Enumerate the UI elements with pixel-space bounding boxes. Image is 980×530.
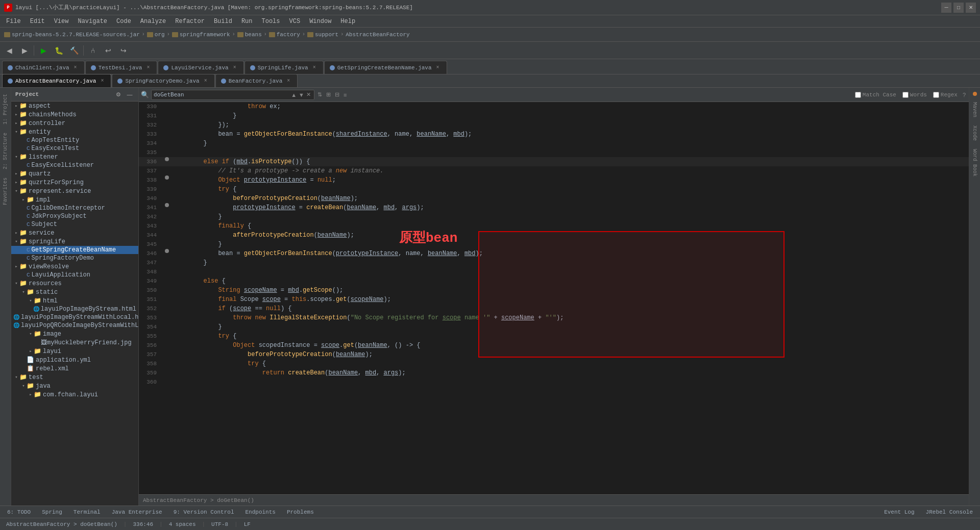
status-indent[interactable]: 4 spaces [167, 521, 198, 527]
tree-item[interactable]: 🖼myHuckleberryFriend.jpg [11, 338, 138, 347]
redo-button[interactable]: ↪ [116, 43, 131, 58]
menu-item-window[interactable]: Window [305, 17, 335, 26]
right-panel-maven[interactable]: Maven [971, 98, 978, 121]
tab-close-button[interactable]: × [99, 78, 106, 85]
tree-item[interactable]: CEasyExcelTest [11, 144, 138, 153]
debug-button[interactable]: 🐛 [52, 43, 66, 58]
match-case-checkbox[interactable] [855, 92, 861, 98]
tree-item[interactable]: 📄application.yml [11, 356, 138, 364]
tree-item[interactable]: 🌐layuiPopImageByStreamWithLocal.html [11, 313, 138, 321]
tab-close-button[interactable]: × [144, 64, 152, 71]
bottom-tab-Endpoints[interactable]: Endpoints [240, 508, 281, 516]
tab-close-button[interactable]: × [311, 64, 318, 71]
bottom-tab-Terminal[interactable]: Terminal [68, 508, 106, 516]
match-case-option[interactable]: Match Case [853, 92, 898, 98]
tab-close-button[interactable]: × [434, 64, 442, 71]
tab-close-button[interactable]: × [202, 78, 209, 85]
tab-LayuiService-java[interactable]: LayuiService.java× [158, 61, 243, 74]
close-button[interactable]: ✕ [966, 3, 976, 13]
tree-item[interactable]: ▾📁listener [11, 153, 138, 161]
search-arrows-button[interactable]: ⇅ [316, 91, 323, 98]
tree-item[interactable]: 🌐layuiPopImageByStream.html [11, 305, 138, 313]
tree-item[interactable]: CSubject [11, 220, 138, 229]
sidebar-settings-button[interactable]: ⚙ [114, 90, 123, 99]
gutter-tab-structure[interactable]: 2: Structure [2, 129, 9, 173]
tab-SpringLife-java[interactable]: SpringLife.java× [244, 61, 324, 74]
tab-close-button[interactable]: × [285, 78, 292, 85]
tree-item[interactable]: ▸📁aspect [11, 102, 138, 110]
status-breadcrumb[interactable]: AbstractBeanFactory > doGetBean() [4, 521, 119, 527]
breadcrumb-item-org[interactable]: org [147, 32, 165, 38]
regex-checkbox[interactable] [933, 92, 939, 98]
status-encoding[interactable]: UTF-8 [209, 521, 230, 527]
undo-button[interactable]: ↩ [101, 43, 115, 58]
tree-item[interactable]: 🌐layuiPopQRCodeImageByStreamWithLocal.ht… [11, 321, 138, 330]
words-checkbox[interactable] [902, 92, 909, 98]
right-bottom-tab-Event-Log[interactable]: Event Log [879, 508, 919, 516]
tree-item[interactable]: ▸📁controller [11, 119, 138, 128]
gutter-tab-project[interactable]: 1: Project [2, 90, 9, 129]
tree-item[interactable]: ▸📁viewResolve [11, 262, 138, 271]
tree-item[interactable]: ▸📁quzrtzForSpring [11, 178, 138, 187]
tab2-BeanFactory-java[interactable]: BeanFactory.java× [215, 74, 298, 87]
menu-item-vcs[interactable]: VCS [285, 17, 305, 26]
menu-item-run[interactable]: Run [237, 17, 257, 26]
tree-item[interactable]: ▾📁image [11, 330, 138, 338]
search-options-button[interactable]: ⊟ [334, 91, 340, 98]
tree-item[interactable]: ▸📁service [11, 229, 138, 237]
right-panel-wordbook[interactable]: Word Book [971, 145, 978, 181]
right-bottom-tab-JRebel-Console[interactable]: JRebel Console [921, 508, 978, 516]
menu-item-analyze[interactable]: Analyze [136, 17, 170, 26]
menu-item-code[interactable]: Code [112, 17, 135, 26]
tree-item[interactable]: CGetSpringCreateBeanName [11, 246, 138, 254]
menu-item-view[interactable]: View [50, 17, 73, 26]
menu-item-build[interactable]: Build [210, 17, 236, 26]
back-button[interactable]: ◀ [2, 43, 16, 58]
tree-item[interactable]: ▸📁chainsMethods [11, 110, 138, 119]
tab-GetSpringCreateBeanName-java[interactable]: GetSpringCreateBeanName.java× [324, 61, 447, 74]
search-clear-button[interactable]: ✕ [305, 91, 312, 98]
maximize-button[interactable]: □ [953, 3, 964, 13]
search-next-button[interactable]: ▼ [298, 92, 305, 98]
tree-item[interactable]: ▾📁static [11, 288, 138, 296]
tab-ChainClient-java[interactable]: ChainClient.java× [2, 61, 85, 74]
bottom-tab-Problems[interactable]: Problems [282, 508, 319, 516]
tree-item[interactable]: CSpringFactoryDemo [11, 254, 138, 262]
tree-item[interactable]: ▾📁resources [11, 279, 138, 288]
tree-item[interactable]: ▸📁com.fchan.layui [11, 390, 138, 399]
menu-item-file[interactable]: File [2, 17, 25, 26]
tree-item[interactable]: ▸📁impl [11, 195, 138, 204]
menu-item-tools[interactable]: Tools [258, 17, 284, 26]
breadcrumb-item-factory[interactable]: factory [269, 32, 300, 38]
status-position[interactable]: 336:46 [131, 521, 155, 527]
right-panel-xcode[interactable]: Xcode [971, 121, 978, 145]
tree-item[interactable]: CCglibDemoInterceptor [11, 204, 138, 212]
tree-item[interactable]: ▸📁layui [11, 347, 138, 356]
menu-item-edit[interactable]: Edit [26, 17, 49, 26]
tree-item[interactable]: ▾📁html [11, 296, 138, 305]
tree-item[interactable]: CJdkProxySubject [11, 212, 138, 220]
breadcrumb-item-support[interactable]: support [307, 32, 338, 38]
tree-item[interactable]: ▾📁java [11, 382, 138, 390]
breadcrumb-item-spring-beans-5-2-7-RELEASE-sources-jar[interactable]: spring-beans-5.2.7.RELEASE-sources.jar [4, 32, 140, 38]
run-button[interactable]: ▶ [36, 43, 51, 58]
search-filter-button[interactable]: ≡ [342, 92, 348, 98]
search-input[interactable] [154, 91, 290, 98]
tree-item[interactable]: CAopTestEntity [11, 136, 138, 144]
bottom-tab-Java-Enterprise[interactable]: Java Enterprise [107, 508, 167, 516]
breadcrumb-item-beans[interactable]: beans [237, 32, 262, 38]
tab2-SpringFactoryDemo-java[interactable]: SpringFactoryDemo.java× [112, 74, 214, 87]
search-expand-button[interactable]: ⊞ [325, 91, 332, 98]
tab-close-button[interactable]: × [231, 64, 238, 71]
menu-item-help[interactable]: Help [336, 17, 359, 26]
tree-item[interactable]: 📋rebel.xml [11, 364, 138, 373]
regex-option[interactable]: Regex [931, 92, 960, 98]
bottom-tab-9--Version-Control[interactable]: 9: Version Control [168, 508, 239, 516]
menu-item-refactor[interactable]: Refactor [171, 17, 209, 26]
tree-item[interactable]: ▾📁springLife [11, 237, 138, 246]
tree-item[interactable]: ▾📁represent.service [11, 187, 138, 195]
breadcrumb-item-springframework[interactable]: springframework [172, 32, 230, 38]
tab-TestDesi-java[interactable]: TestDesi.java× [85, 61, 158, 74]
sidebar-hide-button[interactable]: — [125, 90, 134, 99]
build-button[interactable]: 🔨 [67, 43, 81, 58]
